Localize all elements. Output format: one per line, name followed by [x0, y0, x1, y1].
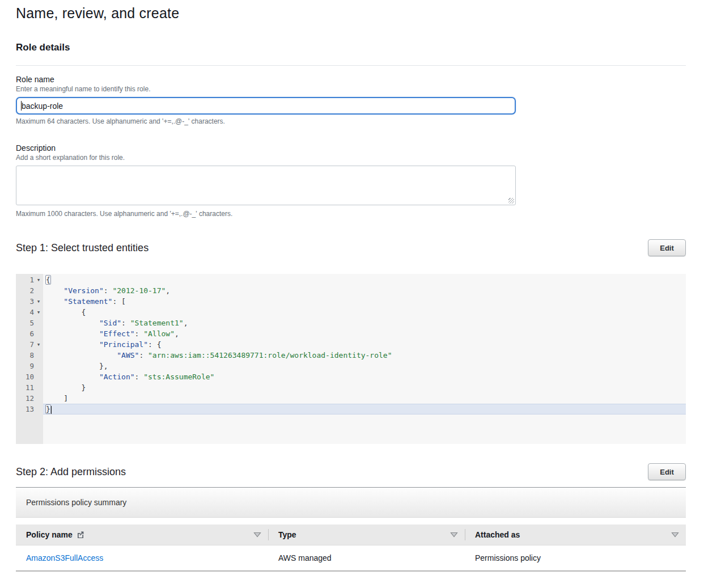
code-fold-icon[interactable]: ▾: [34, 296, 43, 307]
code-line[interactable]: 12 ]: [16, 393, 686, 404]
table-header-row: Policy name Type: [16, 524, 686, 545]
code-fold-icon: [34, 382, 43, 393]
role-name-hint: Enter a meaningful name to identify this…: [16, 85, 686, 93]
code-line[interactable]: 11 }: [16, 382, 686, 393]
step2-edit-button[interactable]: Edit: [648, 463, 686, 480]
policy-type-cell: AWS managed: [268, 545, 465, 571]
code-line[interactable]: 3▾ "Statement": [: [16, 296, 686, 307]
role-details-heading: Role details: [16, 42, 686, 53]
code-caret: [51, 406, 52, 414]
policy-name-header-label: Policy name: [26, 530, 73, 539]
role-name-constraint: Maximum 64 characters. Use alphanumeric …: [16, 117, 686, 125]
trust-policy-editor[interactable]: 1▾{2 "Version": "2012-10-17",3▾ "Stateme…: [16, 274, 686, 444]
line-number: 1: [16, 274, 34, 285]
line-number: 10: [16, 371, 34, 382]
permissions-table: Policy name Type: [16, 524, 686, 572]
code-fold-icon: [34, 285, 43, 296]
permissions-panel-header: Permissions policy summary: [16, 487, 686, 518]
line-number: 7: [16, 339, 34, 350]
policy-editor-lines: 1▾{2 "Version": "2012-10-17",3▾ "Stateme…: [16, 274, 686, 414]
section-divider: [16, 65, 686, 66]
code-fold-icon: [34, 393, 43, 404]
step1-edit-button[interactable]: Edit: [648, 239, 686, 256]
step1-heading: Step 1: Select trusted entities: [16, 242, 149, 254]
code-fold-icon[interactable]: ▾: [34, 307, 43, 318]
line-number: 6: [16, 328, 34, 339]
policy-name-link[interactable]: AmazonS3FullAccess: [26, 553, 103, 562]
code-line[interactable]: 1▾{: [16, 274, 686, 285]
policy-attached-as-cell: Permissions policy: [465, 545, 686, 571]
code-line[interactable]: 9 },: [16, 361, 686, 371]
code-fold-icon: [34, 350, 43, 361]
table-row: AmazonS3FullAccess AWS managed Permissio…: [16, 545, 686, 571]
page-container: Name, review, and create Role details Ro…: [0, 0, 704, 572]
code-line[interactable]: 4▾ {: [16, 307, 686, 318]
line-number: 11: [16, 382, 34, 393]
line-number: 8: [16, 350, 34, 361]
page-title: Name, review, and create: [16, 0, 686, 22]
sort-icon[interactable]: [253, 532, 261, 538]
description-textarea[interactable]: [16, 166, 516, 205]
external-link-icon: [77, 531, 84, 539]
description-label: Description: [16, 143, 686, 153]
line-number: 13: [16, 404, 34, 414]
permissions-panel-title: Permissions policy summary: [26, 498, 126, 507]
code-fold-icon[interactable]: ▾: [34, 274, 43, 285]
text-caret: [21, 101, 22, 111]
code-fold-icon: [34, 361, 43, 371]
attached-as-header-label: Attached as: [475, 530, 520, 539]
role-name-label: Role name: [16, 75, 686, 84]
column-header-attached-as[interactable]: Attached as: [465, 524, 686, 545]
line-number: 5: [16, 318, 34, 328]
step2-header-row: Step 2: Add permissions Edit: [16, 463, 686, 480]
code-fold-icon: [34, 318, 43, 328]
code-line[interactable]: 10 "Action": "sts:AssumeRole": [16, 371, 686, 382]
code-fold-icon[interactable]: ▾: [34, 339, 43, 350]
line-number: 2: [16, 285, 34, 296]
code-line[interactable]: 13}: [16, 404, 686, 414]
column-header-policy-name[interactable]: Policy name: [16, 524, 268, 545]
line-number: 9: [16, 361, 34, 371]
role-name-input-wrap: [16, 97, 516, 115]
description-textarea-wrap: [16, 166, 516, 205]
permissions-panel: Permissions policy summary Policy name: [16, 487, 686, 572]
description-constraint: Maximum 1000 characters. Use alphanumeri…: [16, 210, 686, 218]
sort-icon[interactable]: [450, 532, 458, 538]
code-fold-icon: [34, 371, 43, 382]
line-number: 4: [16, 307, 34, 318]
role-name-input[interactable]: [16, 97, 516, 115]
sort-icon[interactable]: [671, 532, 679, 538]
code-line[interactable]: 5 "Sid": "Statement1",: [16, 318, 686, 328]
column-header-type[interactable]: Type: [268, 524, 465, 545]
type-header-label: Type: [278, 530, 296, 539]
step2-heading: Step 2: Add permissions: [16, 466, 126, 478]
code-fold-icon: [34, 404, 43, 414]
line-number: 12: [16, 393, 34, 404]
code-line[interactable]: 2 "Version": "2012-10-17",: [16, 285, 686, 296]
code-line[interactable]: 6 "Effect": "Allow",: [16, 328, 686, 339]
line-number: 3: [16, 296, 34, 307]
description-hint: Add a short explanation for this role.: [16, 154, 686, 162]
code-fold-icon: [34, 328, 43, 339]
code-line[interactable]: 8 "AWS": "arn:aws:iam::541263489771:role…: [16, 350, 686, 361]
step1-header-row: Step 1: Select trusted entities Edit: [16, 239, 686, 256]
code-line[interactable]: 7▾ "Principal": {: [16, 339, 686, 350]
